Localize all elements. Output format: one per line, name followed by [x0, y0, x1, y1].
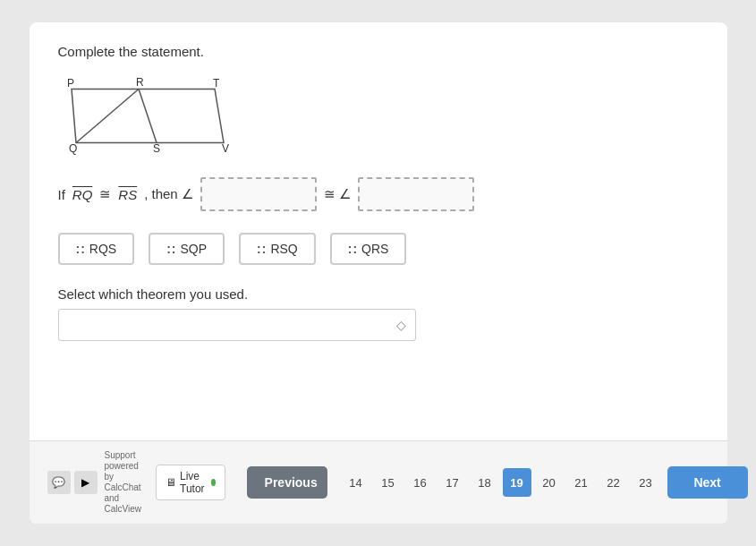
- choice-rsq[interactable]: :: RSQ: [239, 233, 316, 265]
- then-label: , then ∠: [144, 186, 193, 202]
- previous-button[interactable]: Previous: [247, 466, 327, 499]
- page-21[interactable]: 21: [567, 468, 596, 497]
- main-container: Complete the statement. P R T Q S V If R…: [30, 22, 727, 524]
- congruent-sym: ≅: [99, 186, 111, 202]
- page-22[interactable]: 22: [599, 468, 628, 497]
- segment-rs: RS: [118, 187, 137, 202]
- geometry-diagram: P R T Q S V: [58, 73, 237, 158]
- video-icon[interactable]: ▶: [74, 471, 98, 494]
- choice-rqs[interactable]: :: RQS: [58, 233, 135, 265]
- monitor-icon: 🖥: [166, 476, 176, 489]
- if-label: If: [58, 187, 65, 202]
- page-numbers: 14 15 16 17 18 19 20 21 22 23: [342, 468, 660, 497]
- theorem-dropdown[interactable]: ◇: [58, 309, 416, 341]
- live-status-dot: [211, 479, 216, 486]
- chat-icon[interactable]: 💬: [47, 471, 71, 494]
- svg-text:P: P: [67, 77, 74, 90]
- svg-text:R: R: [136, 76, 144, 89]
- svg-text:S: S: [153, 142, 160, 155]
- segment-rq: RQ: [72, 187, 93, 202]
- diagram-area: P R T Q S V: [58, 73, 237, 163]
- page-17[interactable]: 17: [438, 468, 467, 497]
- page-14[interactable]: 14: [342, 468, 370, 497]
- answer-blank-2[interactable]: [358, 177, 474, 211]
- page-15[interactable]: 15: [374, 468, 403, 497]
- support-text: Support powered by CalcChat and CalcView: [105, 450, 142, 515]
- svg-line-2: [139, 90, 157, 143]
- instruction-text: Complete the statement.: [58, 44, 699, 59]
- svg-text:T: T: [213, 77, 220, 90]
- theorem-label: Select which theorem you used.: [58, 286, 699, 302]
- statement-row: If RQ ≅ RS , then ∠ ≅ ∠: [58, 177, 699, 211]
- page-18[interactable]: 18: [471, 468, 499, 497]
- congruent-angle-sym: ≅ ∠: [324, 186, 351, 202]
- answer-choices: :: RQS :: SQP :: RSQ :: QRS: [58, 233, 699, 265]
- page-16[interactable]: 16: [406, 468, 435, 497]
- page-19[interactable]: 19: [503, 468, 531, 497]
- svg-text:Q: Q: [69, 142, 77, 155]
- svg-line-1: [76, 90, 139, 143]
- page-23[interactable]: 23: [632, 468, 660, 497]
- bottom-bar: 💬 ▶ Support powered by CalcChat and Calc…: [30, 440, 727, 524]
- dropdown-arrow-icon: ◇: [396, 318, 406, 332]
- choice-sqp[interactable]: :: SQP: [149, 233, 225, 265]
- svg-text:V: V: [222, 142, 229, 155]
- next-button[interactable]: Next: [667, 466, 748, 499]
- theorem-section: Select which theorem you used. ◇: [58, 286, 699, 341]
- live-tutor-button[interactable]: 🖥 Live Tutor: [156, 465, 225, 500]
- answer-blank-1[interactable]: [200, 177, 317, 211]
- support-icons: 💬 ▶: [47, 471, 98, 494]
- choice-qrs[interactable]: :: QRS: [330, 233, 407, 265]
- page-20[interactable]: 20: [535, 468, 564, 497]
